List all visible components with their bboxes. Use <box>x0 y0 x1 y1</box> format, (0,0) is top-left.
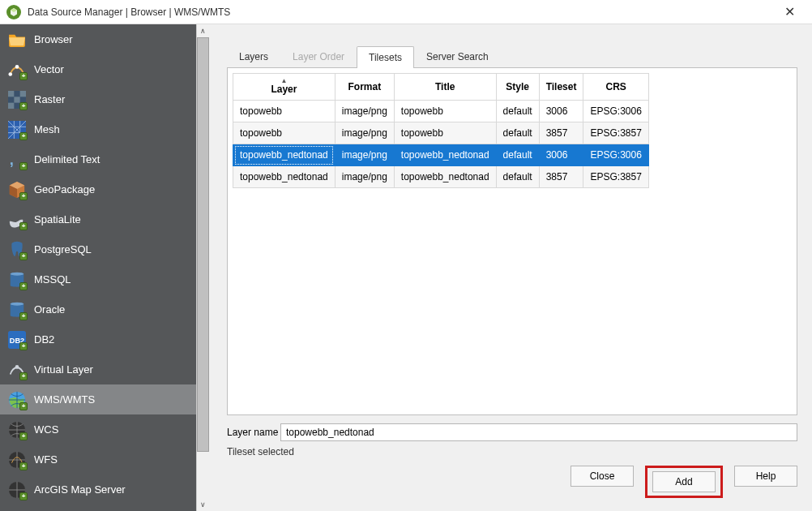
sort-asc-icon: ▲ <box>240 79 328 84</box>
column-header-title[interactable]: Title <box>394 74 496 101</box>
column-header-format[interactable]: Format <box>335 74 394 101</box>
table-cell: topowebb <box>233 101 335 122</box>
svg-rect-6 <box>14 97 19 102</box>
sidebar-item-label: MSSQL <box>34 273 71 286</box>
table-cell: image/png <box>335 101 394 122</box>
oracle-icon: + <box>8 301 26 319</box>
table-cell: topowebb <box>394 101 496 122</box>
tabs-row: LayersLayer OrderTilesetsServer Search <box>227 45 806 67</box>
app-icon <box>6 5 21 19</box>
sidebar-item-label: WFS <box>34 453 58 466</box>
table-cell: default <box>496 166 539 188</box>
vector-icon: + <box>8 61 26 79</box>
column-header-crs[interactable]: CRS <box>583 74 648 101</box>
table-row[interactable]: topowebb_nedtonadimage/pngtopowebb_nedto… <box>233 144 649 166</box>
spatialite-icon: + <box>8 211 26 229</box>
sidebar-item-vector[interactable]: +Vector <box>0 54 196 84</box>
sidebar-item-virtual-layer[interactable]: +Virtual Layer <box>0 354 196 384</box>
table-cell: 3006 <box>539 101 583 122</box>
geopackage-icon: + <box>8 181 26 199</box>
table-cell: default <box>496 144 539 166</box>
table-row[interactable]: topowebbimage/pngtopowebbdefault3857EPSG… <box>233 122 649 144</box>
table-cell: topowebb_nedtonad <box>233 166 335 188</box>
folder-icon <box>8 31 26 49</box>
table-cell: image/png <box>335 144 394 166</box>
sidebar-item-label: GeoPackage <box>34 183 95 195</box>
sidebar-item-label: Mesh <box>34 123 60 135</box>
sidebar-item-mssql[interactable]: +MSSQL <box>0 264 196 294</box>
wcs-icon: + <box>8 421 26 439</box>
close-button[interactable]: Close <box>571 466 634 487</box>
svg-rect-7 <box>8 102 14 108</box>
table-cell: 3006 <box>539 144 583 166</box>
table-cell: topowebb <box>394 122 496 144</box>
status-text: Tileset selected <box>227 446 797 457</box>
virtual-icon: + <box>8 361 26 379</box>
table-cell: 3857 <box>539 166 583 188</box>
layer-name-label: Layer name <box>227 427 280 438</box>
sidebar-item-wcs[interactable]: +WCS <box>0 414 196 444</box>
svg-point-0 <box>8 72 12 76</box>
window-title: Data Source Manager | Browser | WMS/WMTS <box>28 6 773 18</box>
sidebar-scrollbar[interactable]: ∧ ∨ <box>196 24 209 511</box>
sidebar-item-arcgis-map-server[interactable]: +ArcGIS Map Server <box>0 474 196 505</box>
sidebar-item-geopackage[interactable]: +GeoPackage <box>0 174 196 204</box>
scroll-down-icon[interactable]: ∨ <box>197 498 209 511</box>
sidebar-item-label: Vector <box>34 63 64 75</box>
tab-server-search[interactable]: Server Search <box>414 45 501 67</box>
add-button-highlight: Add <box>645 466 723 498</box>
svg-rect-4 <box>8 91 14 97</box>
column-header-layer[interactable]: ▲Layer <box>233 74 335 101</box>
tab-layers[interactable]: Layers <box>227 45 280 67</box>
table-cell: topowebb_nedtonad <box>233 144 335 166</box>
table-cell: 3857 <box>539 122 583 144</box>
arcgis-icon: + <box>8 481 26 499</box>
sidebar-item-label: Browser <box>34 33 73 45</box>
table-cell: topowebb_nedtonad <box>394 144 496 166</box>
table-cell: EPSG:3857 <box>583 122 648 144</box>
sidebar-item-label: PostgreSQL <box>34 243 92 256</box>
sidebar-item-spatialite[interactable]: +SpatiaLite <box>0 204 196 234</box>
sidebar-item-db2[interactable]: DB2+DB2 <box>0 324 196 354</box>
table-cell: image/png <box>335 122 394 144</box>
scroll-up-icon[interactable]: ∧ <box>197 24 209 37</box>
column-header-style[interactable]: Style <box>496 74 539 101</box>
sidebar-item-label: Oracle <box>34 303 65 316</box>
sidebar-item-label: Raster <box>34 93 65 105</box>
close-icon[interactable]: ✕ <box>773 1 806 24</box>
svg-point-1 <box>15 65 19 69</box>
sidebar-item-label: DB2 <box>34 333 54 346</box>
sidebar-item-oracle[interactable]: +Oracle <box>0 294 196 324</box>
table-row[interactable]: topowebb_nedtonadimage/pngtopowebb_nedto… <box>233 166 649 188</box>
sidebar-item-wfs[interactable]: +WFS <box>0 444 196 474</box>
sidebar-item-label: Delimited Text <box>34 153 100 165</box>
sidebar-item-browser[interactable]: Browser <box>0 24 196 54</box>
scrollbar-thumb[interactable] <box>197 37 209 452</box>
sidebar-item-label: Virtual Layer <box>34 363 93 376</box>
table-row[interactable]: topowebbimage/pngtopowebbdefault3006EPSG… <box>233 101 649 122</box>
sidebar-item-wms-wmts[interactable]: +WMS/WMTS <box>0 384 196 414</box>
wms-icon: + <box>8 391 26 409</box>
column-header-tileset[interactable]: Tileset <box>539 74 583 101</box>
help-button[interactable]: Help <box>734 466 797 487</box>
tab-tilesets[interactable]: Tilesets <box>357 46 414 68</box>
table-cell: EPSG:3006 <box>583 101 648 122</box>
table-cell: EPSG:3857 <box>583 166 648 188</box>
svg-point-12 <box>11 302 24 305</box>
svg-text:,: , <box>10 151 14 168</box>
table-cell: topowebb <box>233 122 335 144</box>
sidebar-item-mesh[interactable]: +Mesh <box>0 114 196 144</box>
postgres-icon: + <box>8 241 26 259</box>
mssql-icon: + <box>8 271 26 289</box>
add-button[interactable]: Add <box>652 471 716 492</box>
wfs-icon: + <box>8 451 26 469</box>
layer-name-input[interactable] <box>280 423 797 441</box>
titlebar: Data Source Manager | Browser | WMS/WMTS… <box>0 0 812 24</box>
layer-name-row: Layer name <box>227 423 797 441</box>
sidebar-item-postgresql[interactable]: +PostgreSQL <box>0 234 196 264</box>
sidebar-item-delimited-text[interactable]: ,+Delimited Text <box>0 144 196 174</box>
sidebar-item-raster[interactable]: +Raster <box>0 84 196 114</box>
table-cell: default <box>496 122 539 144</box>
main-panel: LayersLayer OrderTilesetsServer Search ▲… <box>209 24 812 511</box>
svg-point-11 <box>11 272 24 275</box>
